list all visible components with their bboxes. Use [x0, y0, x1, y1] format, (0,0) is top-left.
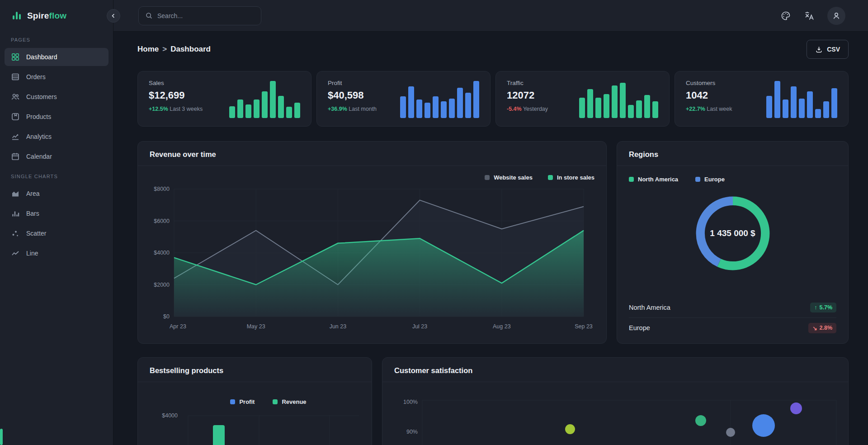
svg-text:Apr 23: Apr 23	[170, 323, 186, 330]
stat-card-customers[interactable]: Customers 1042 +22.7% Last week	[675, 71, 849, 127]
stat-delta: +36.9%	[328, 106, 347, 112]
sidebar-item-label: Scatter	[26, 230, 46, 237]
legend-in-store-sales[interactable]: In store sales	[548, 174, 594, 181]
brand-name-accent: flow	[49, 11, 67, 20]
svg-text:$4000: $4000	[162, 412, 178, 419]
sidebar-item-label: Products	[26, 113, 51, 120]
stat-subtext: +36.9% Last month	[328, 106, 377, 112]
stat-delta: -5.4%	[507, 106, 522, 112]
analytics-icon	[11, 132, 20, 141]
sidebar-item-label: Customers	[26, 93, 57, 100]
sidebar-item-orders[interactable]: Orders	[5, 68, 108, 86]
stat-title: Profit	[328, 80, 377, 86]
legend-north-america[interactable]: North America	[629, 176, 678, 183]
sidebar-item-products[interactable]: Products	[5, 108, 108, 126]
region-name: Europe	[629, 324, 650, 331]
stat-value: 1042	[686, 90, 732, 101]
sidebar-item-bars[interactable]: Bars	[5, 204, 108, 222]
stat-delta: +12.5%	[149, 106, 168, 112]
topbar	[113, 0, 868, 32]
bestselling-legend: Profit Revenue	[138, 382, 372, 405]
revenue-legend: Website sales In store sales	[138, 166, 606, 183]
svg-text:$8000: $8000	[154, 186, 170, 192]
svg-text:$0: $0	[163, 313, 170, 320]
breadcrumb-separator: >	[162, 45, 167, 54]
sidebar-item-dashboard[interactable]: Dashboard	[5, 48, 108, 66]
legend-label: Revenue	[282, 398, 306, 405]
theme-palette-button[interactable]	[780, 10, 791, 21]
stat-card-profit[interactable]: Profit $40,598 +36.9% Last month	[316, 71, 491, 127]
sidebar-item-analytics[interactable]: Analytics	[5, 128, 108, 146]
search-icon	[145, 12, 153, 19]
svg-text:$2000: $2000	[154, 282, 170, 288]
svg-text:May 23: May 23	[247, 323, 265, 330]
sidebar-item-label: Dashboard	[26, 53, 57, 61]
regions-legend: North America Europe	[617, 166, 848, 183]
sidebar-section-pages: PAGES	[0, 37, 113, 43]
main-area: Home > Dashboard CSV Sales $12,699	[113, 0, 868, 445]
sidebar-item-line[interactable]: Line	[5, 244, 108, 262]
sidebar: Spireflow PAGES Dashboard Orders Custome…	[0, 0, 113, 445]
sidebar-item-label: Orders	[26, 73, 46, 80]
stats-row: Sales $12,699 +12.5% Last 3 weeks Profit…	[137, 71, 849, 127]
region-row-europe[interactable]: Europe ↘2.8%	[629, 317, 836, 338]
export-csv-label: CSV	[827, 46, 840, 53]
revenue-card-header: Revenue over time	[138, 142, 606, 166]
user-avatar-button[interactable]	[827, 7, 845, 25]
revenue-chart-svg: $8000$6000$4000$2000$0Apr 23May 23Jun 23…	[149, 183, 596, 335]
europe-swatch	[695, 177, 700, 182]
stat-period: Last 3 weeks	[170, 106, 203, 112]
sidebar-collapse-button[interactable]	[107, 9, 120, 23]
breadcrumb: Home > Dashboard	[137, 45, 211, 54]
legend-label: Profit	[239, 398, 255, 405]
sidebar-item-scatter[interactable]: Scatter	[5, 224, 108, 242]
regions-donut-chart: 1 435 000 $	[691, 192, 774, 275]
sidebar-item-label: Bars	[26, 210, 39, 217]
sidebar-section-single-charts: SINGLE CHARTS	[0, 174, 113, 179]
website-sales-swatch	[485, 175, 490, 180]
profit-mini-bar-chart	[400, 81, 479, 118]
svg-text:90%: 90%	[406, 429, 418, 435]
logo-icon	[11, 10, 23, 22]
search-input[interactable]	[157, 12, 255, 19]
language-icon[interactable]	[804, 10, 815, 21]
legend-revenue[interactable]: Revenue	[273, 398, 306, 405]
satisfaction-chart-svg: 100%90%	[393, 389, 839, 445]
user-icon	[832, 11, 841, 20]
bestselling-chart-body: $4000	[138, 405, 372, 445]
traffic-mini-bar-chart	[579, 81, 658, 118]
calendar-icon	[11, 152, 20, 161]
products-icon	[11, 112, 20, 121]
search-box	[138, 6, 261, 25]
sidebar-item-customers[interactable]: Customers	[5, 88, 108, 106]
svg-text:Jul 23: Jul 23	[412, 323, 427, 330]
brand-logo[interactable]: Spireflow	[0, 0, 113, 30]
legend-europe[interactable]: Europe	[695, 176, 725, 183]
breadcrumb-home-link[interactable]: Home	[137, 45, 159, 54]
sidebar-item-label: Area	[26, 190, 40, 197]
export-csv-button[interactable]: CSV	[807, 40, 849, 59]
region-row-north-america[interactable]: North America ↑5.7%	[629, 297, 836, 317]
legend-label: North America	[638, 176, 678, 183]
line-chart-icon	[11, 249, 20, 258]
sales-mini-bar-chart	[229, 81, 300, 118]
svg-text:Jun 23: Jun 23	[330, 323, 347, 330]
region-change-badge: ↘2.8%	[808, 323, 836, 333]
in-store-sales-swatch	[548, 175, 553, 180]
sidebar-item-area[interactable]: Area	[5, 185, 108, 203]
breadcrumb-current: Dashboard	[170, 45, 211, 54]
stat-card-traffic[interactable]: Traffic 12072 -5.4% Yesterday	[495, 71, 670, 127]
legend-website-sales[interactable]: Website sales	[485, 174, 533, 181]
arrow-up-icon: ↑	[814, 304, 817, 311]
stat-card-sales[interactable]: Sales $12,699 +12.5% Last 3 weeks	[137, 71, 311, 127]
regions-card-header: Regions	[617, 142, 848, 166]
brand-name: Spireflow	[27, 11, 66, 21]
page-header-row: Home > Dashboard CSV	[137, 40, 849, 59]
stat-title: Traffic	[507, 80, 548, 86]
legend-profit[interactable]: Profit	[230, 398, 255, 405]
sidebar-item-calendar[interactable]: Calendar	[5, 147, 108, 166]
customers-icon	[11, 92, 20, 101]
dashboard-content: Home > Dashboard CSV Sales $12,699	[113, 32, 868, 445]
sidebar-scrollbar-thumb[interactable]	[0, 429, 3, 445]
topbar-actions	[780, 7, 845, 25]
